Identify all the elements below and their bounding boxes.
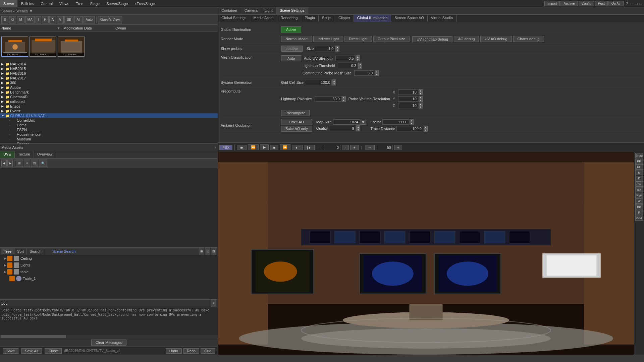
py-down[interactable]: ▼ bbox=[419, 99, 423, 102]
media-btn-6[interactable]: 🔍 bbox=[39, 160, 47, 167]
ta-btn[interactable]: TA bbox=[635, 181, 643, 187]
tree-sponza[interactable]: ·Sponza bbox=[0, 141, 218, 143]
size-spin-down[interactable]: ▼ bbox=[335, 49, 339, 52]
q-down[interactable]: ▼ bbox=[356, 128, 360, 131]
archive-button[interactable]: Archive bbox=[560, 1, 578, 6]
p-btn[interactable]: P bbox=[635, 210, 643, 215]
grid-side-btn[interactable]: Grid bbox=[635, 216, 643, 221]
log-scrollbar[interactable] bbox=[0, 335, 218, 338]
pz-up[interactable]: ▲ bbox=[419, 103, 423, 106]
f-up[interactable]: ▲ bbox=[410, 119, 414, 122]
guest-view-button[interactable]: Guest's View bbox=[98, 16, 122, 23]
td-down[interactable]: ▼ bbox=[424, 129, 428, 132]
toolbar-s[interactable]: S bbox=[1, 16, 8, 23]
tree-icon-btn1[interactable]: ⊞ bbox=[199, 248, 204, 255]
pz-down[interactable]: ▼ bbox=[419, 106, 423, 109]
render-mode-direct[interactable]: Direct Light bbox=[344, 36, 372, 42]
menu-builtins[interactable]: Built Ins bbox=[17, 0, 37, 7]
grid-button[interactable]: Grid bbox=[201, 348, 215, 354]
tab-screen-space-ao[interactable]: Screen Space AO bbox=[391, 15, 427, 22]
menu-tree[interactable]: Tree bbox=[72, 0, 87, 7]
menu-treestage[interactable]: +Tree/Stage bbox=[131, 0, 158, 7]
import-button[interactable]: Import bbox=[544, 1, 560, 6]
tree-cornellbox[interactable]: ·CornellBox bbox=[0, 118, 218, 123]
menu-server[interactable]: Server bbox=[0, 0, 17, 7]
render-mode-normal[interactable]: Normal Mode bbox=[281, 36, 312, 42]
probe-z-input[interactable] bbox=[398, 103, 418, 108]
lightmap-pixelsize-input[interactable] bbox=[315, 96, 341, 102]
tree-nab2017[interactable]: ▶📁NAB2017 bbox=[0, 76, 218, 80]
precompute-button[interactable]: Precompute bbox=[281, 110, 310, 116]
tree-360[interactable]: ▶📁360 bbox=[0, 80, 218, 85]
w-btn[interactable]: W bbox=[635, 198, 643, 204]
tab-global-illumination[interactable]: Global Illumination bbox=[354, 15, 391, 22]
toolbar-m[interactable]: M bbox=[17, 16, 24, 23]
render-mode-uvlightmap[interactable]: UV lightmap debug bbox=[412, 36, 452, 42]
auto-uv-input[interactable] bbox=[335, 56, 356, 61]
post-button[interactable]: Post bbox=[595, 1, 608, 6]
window-icon1[interactable]: □ bbox=[630, 1, 634, 6]
mesh-auto-button[interactable]: Auto bbox=[281, 55, 301, 61]
viewport-3d-area[interactable] bbox=[218, 152, 634, 355]
window-icon2[interactable]: □ bbox=[635, 1, 638, 6]
toolbar-g[interactable]: G bbox=[9, 16, 16, 23]
bake-ao-only-button[interactable]: Bake AO only bbox=[281, 126, 312, 132]
probe-x-input[interactable] bbox=[398, 89, 418, 95]
time-set[interactable]: ↔ bbox=[365, 145, 375, 150]
snap-btn[interactable]: Snap bbox=[635, 153, 643, 158]
media-btn-3[interactable]: ⊞ bbox=[16, 160, 23, 167]
menu-stage[interactable]: Stage bbox=[87, 0, 103, 7]
close-button[interactable]: Close bbox=[45, 348, 61, 354]
tree-espn[interactable]: ·ESPN bbox=[0, 127, 218, 132]
frame-inc[interactable]: + bbox=[394, 145, 402, 150]
tab-media-asset[interactable]: Media Asset bbox=[250, 15, 277, 22]
bb-btn[interactable]: BB bbox=[635, 204, 643, 209]
frame-input[interactable] bbox=[376, 145, 393, 150]
play-forward-all[interactable]: ⏩ bbox=[280, 144, 290, 150]
tree-erizos[interactable]: ▶📁Erizos bbox=[0, 104, 218, 109]
tab-scene-settings[interactable]: Scene Settings bbox=[276, 7, 308, 14]
toolbar-i[interactable]: I bbox=[36, 16, 41, 23]
scene-item-table[interactable]: ▶ table bbox=[0, 268, 218, 275]
media-btn-2[interactable]: ▶ bbox=[7, 160, 13, 167]
tree-nab2014[interactable]: ▶📁NAB2014 bbox=[0, 62, 218, 66]
scene-thumb-1[interactable]: TV_Studio_... bbox=[30, 37, 56, 57]
gcs-down[interactable]: ▼ bbox=[332, 82, 336, 85]
play-prev[interactable]: ⏪ bbox=[248, 144, 259, 150]
gi-active-button[interactable]: Active bbox=[281, 26, 301, 33]
td-up[interactable]: ▲ bbox=[424, 126, 428, 129]
tree-icon-btn2[interactable]: ☰ bbox=[205, 248, 210, 255]
tab-clipper[interactable]: Clipper bbox=[335, 15, 354, 22]
px-down[interactable]: ▼ bbox=[419, 92, 423, 95]
media-close-icon[interactable]: × bbox=[214, 145, 216, 149]
fbx-button[interactable]: FBX bbox=[219, 145, 232, 150]
tab-container[interactable]: Container bbox=[218, 7, 241, 14]
render-mode-output[interactable]: Output Pixel size bbox=[373, 36, 410, 42]
cp-down[interactable]: ▼ bbox=[375, 73, 379, 76]
tree-section-tab-search[interactable]: Search bbox=[27, 248, 44, 254]
tab-virtual-studio[interactable]: Virtual Studio bbox=[428, 15, 457, 22]
tree-section-tab-tree[interactable]: Tree bbox=[1, 248, 14, 254]
lt-up[interactable]: ▲ bbox=[358, 63, 362, 66]
tree-benchmark[interactable]: ▶📁Benchmark bbox=[0, 90, 218, 95]
tab-plugin[interactable]: Plugin bbox=[301, 15, 319, 22]
pp-btn[interactable]: PP bbox=[635, 159, 643, 164]
tree-museum[interactable]: ·Museum bbox=[0, 137, 218, 141]
help-icon[interactable]: ? bbox=[625, 1, 630, 6]
window-icon3[interactable]: □ bbox=[639, 1, 643, 6]
menu-views[interactable]: Views bbox=[56, 0, 72, 7]
media-tab-texture[interactable]: Texture bbox=[15, 151, 34, 158]
auto-uv-down[interactable]: ▼ bbox=[356, 58, 360, 61]
tree-dome[interactable]: ·Dome bbox=[0, 123, 218, 127]
expand-table[interactable]: ▶ bbox=[4, 270, 6, 274]
play-play[interactable]: ▶ bbox=[260, 144, 269, 150]
map-size-dropdown[interactable]: ▼ bbox=[360, 120, 367, 125]
play-stop[interactable]: ■ bbox=[270, 145, 278, 150]
quality-input[interactable] bbox=[329, 126, 356, 131]
sort-icon[interactable]: ▼ bbox=[57, 26, 60, 30]
scene-item-ceiling[interactable]: ▶ Ceiling bbox=[0, 255, 218, 262]
size-input[interactable] bbox=[315, 46, 335, 51]
lp-up[interactable]: ▲ bbox=[342, 96, 346, 99]
toolbar-v[interactable]: V bbox=[57, 16, 64, 23]
render-mode-uvao[interactable]: UV AO debug bbox=[480, 36, 512, 42]
